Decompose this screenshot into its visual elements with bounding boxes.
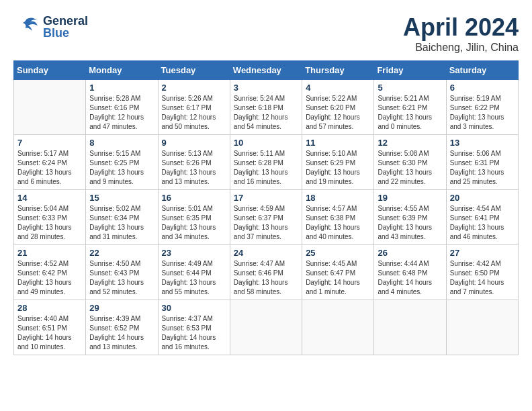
day-number: 14 (17, 193, 82, 203)
calendar-cell: 15Sunrise: 5:02 AM Sunset: 6:34 PM Dayli… (86, 190, 158, 245)
calendar-cell: 22Sunrise: 4:50 AM Sunset: 6:43 PM Dayli… (86, 245, 158, 300)
calendar-cell: 12Sunrise: 5:08 AM Sunset: 6:30 PM Dayli… (374, 135, 446, 190)
day-info: Sunrise: 5:19 AM Sunset: 6:22 PM Dayligh… (450, 94, 515, 132)
day-number: 9 (162, 138, 226, 148)
day-number: 4 (306, 83, 370, 93)
day-info: Sunrise: 4:47 AM Sunset: 6:46 PM Dayligh… (234, 259, 298, 297)
day-info: Sunrise: 5:17 AM Sunset: 6:24 PM Dayligh… (17, 149, 82, 187)
day-number: 8 (89, 138, 154, 148)
weekday-header-thursday: Thursday (302, 61, 374, 80)
day-number: 11 (306, 138, 370, 148)
day-info: Sunrise: 5:04 AM Sunset: 6:33 PM Dayligh… (17, 204, 82, 242)
title-block: April 2024 Baicheng, Jilin, China (403, 13, 519, 54)
day-number: 18 (306, 193, 370, 203)
week-row-1: 1Sunrise: 5:28 AM Sunset: 6:16 PM Daylig… (14, 80, 519, 135)
calendar-cell: 1Sunrise: 5:28 AM Sunset: 6:16 PM Daylig… (86, 80, 158, 135)
day-info: Sunrise: 4:44 AM Sunset: 6:48 PM Dayligh… (378, 259, 442, 297)
calendar-cell: 18Sunrise: 4:57 AM Sunset: 6:38 PM Dayli… (302, 190, 374, 245)
logo-icon (13, 13, 40, 40)
calendar-cell: 29Sunrise: 4:39 AM Sunset: 6:52 PM Dayli… (86, 300, 158, 355)
weekday-header-sunday: Sunday (14, 61, 86, 80)
day-info: Sunrise: 5:28 AM Sunset: 6:16 PM Dayligh… (89, 94, 154, 132)
calendar-cell: 14Sunrise: 5:04 AM Sunset: 6:33 PM Dayli… (14, 190, 86, 245)
calendar-cell (230, 300, 302, 355)
day-number: 13 (450, 138, 515, 148)
day-number: 2 (162, 83, 226, 93)
day-info: Sunrise: 5:02 AM Sunset: 6:34 PM Dayligh… (89, 204, 154, 242)
day-info: Sunrise: 4:54 AM Sunset: 6:41 PM Dayligh… (450, 204, 515, 242)
calendar-cell (446, 300, 518, 355)
day-info: Sunrise: 4:42 AM Sunset: 6:50 PM Dayligh… (450, 259, 515, 297)
day-number: 21 (17, 248, 82, 258)
day-number: 20 (450, 193, 515, 203)
day-info: Sunrise: 5:11 AM Sunset: 6:28 PM Dayligh… (234, 149, 298, 187)
calendar-cell: 16Sunrise: 5:01 AM Sunset: 6:35 PM Dayli… (158, 190, 230, 245)
day-number: 30 (162, 303, 226, 313)
day-info: Sunrise: 4:45 AM Sunset: 6:47 PM Dayligh… (306, 259, 370, 297)
calendar-cell: 6Sunrise: 5:19 AM Sunset: 6:22 PM Daylig… (446, 80, 518, 135)
calendar-cell: 26Sunrise: 4:44 AM Sunset: 6:48 PM Dayli… (374, 245, 446, 300)
weekday-header-friday: Friday (374, 61, 446, 80)
calendar-cell: 23Sunrise: 4:49 AM Sunset: 6:44 PM Dayli… (158, 245, 230, 300)
day-number: 10 (234, 138, 298, 148)
month-title: April 2024 (403, 13, 519, 42)
day-number: 25 (306, 248, 370, 258)
logo: General Blue (13, 13, 88, 40)
day-number: 29 (89, 303, 154, 313)
day-number: 6 (450, 83, 515, 93)
calendar-cell: 4Sunrise: 5:22 AM Sunset: 6:20 PM Daylig… (302, 80, 374, 135)
weekday-header-tuesday: Tuesday (158, 61, 230, 80)
day-info: Sunrise: 4:50 AM Sunset: 6:43 PM Dayligh… (89, 259, 154, 297)
page-header: General Blue April 2024 Baicheng, Jilin,… (13, 13, 519, 54)
weekday-header-saturday: Saturday (446, 61, 518, 80)
location: Baicheng, Jilin, China (403, 42, 519, 54)
day-info: Sunrise: 4:49 AM Sunset: 6:44 PM Dayligh… (162, 259, 226, 297)
calendar-cell: 5Sunrise: 5:21 AM Sunset: 6:21 PM Daylig… (374, 80, 446, 135)
calendar-cell: 27Sunrise: 4:42 AM Sunset: 6:50 PM Dayli… (446, 245, 518, 300)
calendar-cell: 8Sunrise: 5:15 AM Sunset: 6:25 PM Daylig… (86, 135, 158, 190)
day-number: 3 (234, 83, 298, 93)
logo-blue-text: Blue (43, 27, 88, 39)
calendar-cell: 17Sunrise: 4:59 AM Sunset: 6:37 PM Dayli… (230, 190, 302, 245)
weekday-header-monday: Monday (86, 61, 158, 80)
day-info: Sunrise: 5:06 AM Sunset: 6:31 PM Dayligh… (450, 149, 515, 187)
day-number: 22 (89, 248, 154, 258)
day-number: 12 (378, 138, 442, 148)
calendar-cell: 30Sunrise: 4:37 AM Sunset: 6:53 PM Dayli… (158, 300, 230, 355)
calendar-cell (374, 300, 446, 355)
calendar-table: SundayMondayTuesdayWednesdayThursdayFrid… (13, 60, 519, 355)
day-number: 1 (89, 83, 154, 93)
calendar-cell: 2Sunrise: 5:26 AM Sunset: 6:17 PM Daylig… (158, 80, 230, 135)
weekday-header-wednesday: Wednesday (230, 61, 302, 80)
day-info: Sunrise: 4:40 AM Sunset: 6:51 PM Dayligh… (17, 314, 82, 352)
calendar-cell: 25Sunrise: 4:45 AM Sunset: 6:47 PM Dayli… (302, 245, 374, 300)
calendar-cell: 3Sunrise: 5:24 AM Sunset: 6:18 PM Daylig… (230, 80, 302, 135)
calendar-cell: 7Sunrise: 5:17 AM Sunset: 6:24 PM Daylig… (14, 135, 86, 190)
calendar-cell: 13Sunrise: 5:06 AM Sunset: 6:31 PM Dayli… (446, 135, 518, 190)
day-info: Sunrise: 5:10 AM Sunset: 6:29 PM Dayligh… (306, 149, 370, 187)
calendar-cell: 11Sunrise: 5:10 AM Sunset: 6:29 PM Dayli… (302, 135, 374, 190)
calendar-cell (302, 300, 374, 355)
week-row-4: 21Sunrise: 4:52 AM Sunset: 6:42 PM Dayli… (14, 245, 519, 300)
day-number: 16 (162, 193, 226, 203)
day-info: Sunrise: 5:26 AM Sunset: 6:17 PM Dayligh… (162, 94, 226, 132)
day-info: Sunrise: 4:57 AM Sunset: 6:38 PM Dayligh… (306, 204, 370, 242)
day-info: Sunrise: 5:15 AM Sunset: 6:25 PM Dayligh… (89, 149, 154, 187)
calendar-cell: 24Sunrise: 4:47 AM Sunset: 6:46 PM Dayli… (230, 245, 302, 300)
week-row-2: 7Sunrise: 5:17 AM Sunset: 6:24 PM Daylig… (14, 135, 519, 190)
day-info: Sunrise: 4:55 AM Sunset: 6:39 PM Dayligh… (378, 204, 442, 242)
day-info: Sunrise: 4:52 AM Sunset: 6:42 PM Dayligh… (17, 259, 82, 297)
calendar-cell: 20Sunrise: 4:54 AM Sunset: 6:41 PM Dayli… (446, 190, 518, 245)
day-info: Sunrise: 5:13 AM Sunset: 6:26 PM Dayligh… (162, 149, 226, 187)
day-info: Sunrise: 4:59 AM Sunset: 6:37 PM Dayligh… (234, 204, 298, 242)
day-info: Sunrise: 5:21 AM Sunset: 6:21 PM Dayligh… (378, 94, 442, 132)
day-info: Sunrise: 5:01 AM Sunset: 6:35 PM Dayligh… (162, 204, 226, 242)
calendar-cell: 28Sunrise: 4:40 AM Sunset: 6:51 PM Dayli… (14, 300, 86, 355)
weekday-header-row: SundayMondayTuesdayWednesdayThursdayFrid… (14, 61, 519, 80)
day-info: Sunrise: 4:37 AM Sunset: 6:53 PM Dayligh… (162, 314, 226, 352)
day-info: Sunrise: 4:39 AM Sunset: 6:52 PM Dayligh… (89, 314, 154, 352)
calendar-cell: 9Sunrise: 5:13 AM Sunset: 6:26 PM Daylig… (158, 135, 230, 190)
day-number: 27 (450, 248, 515, 258)
calendar-cell: 21Sunrise: 4:52 AM Sunset: 6:42 PM Dayli… (14, 245, 86, 300)
day-info: Sunrise: 5:24 AM Sunset: 6:18 PM Dayligh… (234, 94, 298, 132)
